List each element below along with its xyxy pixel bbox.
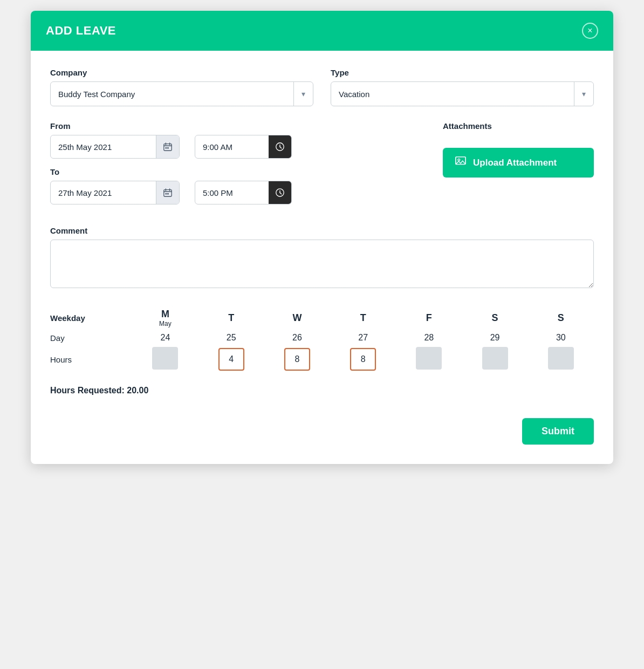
attachments-label: Attachments [443,121,594,131]
hours-disabled-28 [416,347,442,370]
svg-line-8 [280,147,282,148]
day-25: 25 [198,331,264,345]
to-date-input[interactable]: 27th May 2021 [50,181,180,204]
svg-rect-13 [166,193,167,195]
hours-cell-26[interactable] [264,345,330,374]
col-header-s2: S [528,305,594,331]
col-header-t2: T [330,305,396,331]
datetime-fields: From 25th May 2021 [50,121,423,213]
day-27: 27 [330,331,396,345]
close-icon: × [587,26,592,36]
col-header-t1: T [198,305,264,331]
day-30: 30 [528,331,594,345]
type-value: Vacation [331,83,574,105]
svg-point-19 [458,159,460,161]
from-row: 25th May 2021 [50,135,423,159]
comment-textarea[interactable] [50,240,594,288]
type-field: Type Vacation ▾ [331,68,594,106]
hours-disabled-24 [152,347,178,370]
day-24: 24 [132,331,198,345]
svg-rect-4 [166,147,167,149]
company-label: Company [50,68,313,77]
weekday-col-header: Weekday [50,305,132,331]
upload-attachment-label: Upload Attachment [473,158,557,168]
company-select[interactable]: Buddy Test Company ▾ [50,81,313,106]
type-chevron-down-icon[interactable]: ▾ [574,90,593,98]
upload-icon [455,155,467,170]
svg-line-17 [280,193,282,194]
to-label: To [50,167,423,176]
hours-input-26[interactable] [284,348,310,371]
modal-header: ADD LEAVE × [31,11,613,51]
hours-row: Hours [50,345,594,374]
close-button[interactable]: × [582,23,598,39]
to-clock-icon[interactable] [269,181,291,204]
add-leave-modal: ADD LEAVE × Company Buddy Test Company ▾… [31,11,613,464]
hours-cell-25[interactable] [198,345,264,374]
col-header-s1: S [462,305,527,331]
company-field: Company Buddy Test Company ▾ [50,68,313,106]
datetime-attachments-row: From 25th May 2021 [50,121,594,213]
from-label: From [50,121,423,131]
type-select[interactable]: Vacation ▾ [331,81,594,106]
to-row: 27th May 2021 [50,181,423,204]
day-26: 26 [264,331,330,345]
from-clock-icon[interactable] [269,135,291,158]
to-calendar-icon[interactable] [156,181,179,204]
hours-disabled-30 [548,347,574,370]
type-label: Type [331,68,594,77]
hours-cell-28 [396,345,462,374]
comment-label: Comment [50,226,594,235]
svg-rect-14 [167,193,169,195]
upload-attachment-button[interactable]: Upload Attachment [443,148,594,178]
modal-body: Company Buddy Test Company ▾ Type Vacati… [31,51,613,464]
col-header-m: MMay [132,305,198,331]
col-header-f: F [396,305,462,331]
hours-disabled-29 [482,347,508,370]
day-29: 29 [462,331,527,345]
from-time-value: 9:00 AM [195,137,269,157]
from-date-input[interactable]: 25th May 2021 [50,135,180,159]
col-header-w: W [264,305,330,331]
attachments-section: Attachments Upload Attachment [443,121,594,178]
from-time-input[interactable]: 9:00 AM [195,135,292,159]
company-chevron-down-icon[interactable]: ▾ [294,90,313,98]
hours-input-25[interactable] [218,348,244,371]
hours-row-label: Hours [50,345,132,374]
day-row: Day 24 25 26 27 28 29 30 [50,331,594,345]
company-type-row: Company Buddy Test Company ▾ Type Vacati… [50,68,594,106]
calendar-table: Weekday MMay T W T F S S Day 24 2 [50,305,594,374]
to-time-input[interactable]: 5:00 PM [195,181,292,204]
hours-cell-30 [528,345,594,374]
from-section: From 25th May 2021 [50,121,423,159]
hours-input-27[interactable] [350,348,376,371]
footer-row: Submit [50,413,594,445]
from-calendar-icon[interactable] [156,135,179,158]
to-date-value: 27th May 2021 [51,183,156,203]
day-row-label: Day [50,331,132,345]
company-value: Buddy Test Company [51,83,293,105]
submit-button[interactable]: Submit [522,418,594,445]
from-date-value: 25th May 2021 [51,137,156,157]
day-28: 28 [396,331,462,345]
modal-title: ADD LEAVE [46,24,116,38]
svg-rect-5 [167,147,169,149]
hours-cell-29 [462,345,527,374]
comment-section: Comment [50,226,594,290]
to-time-value: 5:00 PM [195,183,269,203]
hours-cell-24 [132,345,198,374]
to-section: To 27th May 2021 [50,167,423,204]
hours-requested: Hours Requested: 20.00 [50,386,594,395]
hours-cell-27[interactable] [330,345,396,374]
